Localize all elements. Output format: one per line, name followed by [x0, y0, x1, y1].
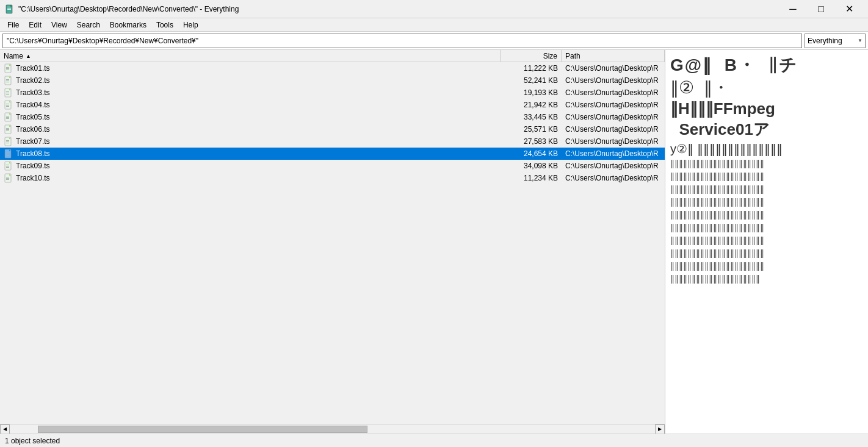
scroll-left-button[interactable]: ◀	[0, 424, 10, 434]
file-path-cell: C:\Users\Onurtag\Desktop\R	[562, 87, 665, 98]
horizontal-scrollbar[interactable]: ◀ ▶	[0, 424, 665, 434]
file-size-cell: 33,445 KB	[501, 111, 562, 123]
svg-rect-53	[6, 178, 9, 179]
menu-search[interactable]: Search	[72, 20, 105, 30]
col-header-path[interactable]: Path	[562, 50, 665, 62]
close-button[interactable]: ✕	[835, 0, 863, 18]
file-icon	[4, 149, 13, 159]
file-path-cell: C:\Users\Onurtag\Desktop\R	[562, 74, 665, 86]
file-icon	[4, 100, 13, 110]
file-name-cell: Track07.ts	[0, 135, 501, 147]
svg-rect-39	[6, 143, 9, 143]
svg-rect-49	[6, 167, 9, 168]
menu-bookmarks[interactable]: Bookmarks	[105, 20, 151, 30]
file-name-text: Track03.ts	[16, 88, 50, 97]
file-name-cell: Track05.ts	[0, 111, 501, 123]
svg-rect-7	[6, 67, 9, 68]
file-name-text: Track10.ts	[16, 174, 50, 182]
file-path-cell: C:\Users\Onurtag\Desktop\R	[562, 111, 665, 123]
file-name-text: Track02.ts	[16, 76, 50, 85]
svg-rect-12	[6, 79, 9, 80]
menu-view[interactable]: View	[46, 20, 72, 30]
file-name-cell: Track08.ts	[0, 148, 501, 159]
table-row[interactable]: Track02.ts52,241 KBC:\Users\Onurtag\Desk…	[0, 74, 665, 87]
file-icon	[4, 124, 13, 134]
svg-rect-2	[7, 8, 11, 9]
file-name-cell: Track02.ts	[0, 74, 501, 86]
svg-rect-22	[6, 104, 9, 104]
hscroll-track[interactable]	[20, 426, 645, 433]
table-row[interactable]: Track07.ts27,583 KBC:\Users\Onurtag\Desk…	[0, 135, 665, 148]
svg-rect-37	[6, 140, 9, 141]
file-size-cell: 34,098 KB	[501, 160, 562, 171]
table-row[interactable]: Track08.ts24,654 KBC:\Users\Onurtag\Desk…	[0, 148, 665, 160]
file-path-cell: C:\Users\Onurtag\Desktop\R	[562, 148, 665, 159]
svg-rect-18	[6, 93, 9, 93]
chevron-down-icon: ▼	[858, 38, 863, 43]
svg-rect-14	[6, 82, 9, 82]
svg-rect-23	[6, 105, 9, 105]
file-name-text: Track07.ts	[16, 137, 50, 146]
table-row[interactable]: Track01.ts11,222 KBC:\Users\Onurtag\Desk…	[0, 62, 665, 74]
table-row[interactable]: Track09.ts34,098 KBC:\Users\Onurtag\Desk…	[0, 160, 665, 172]
menu-edit[interactable]: Edit	[24, 20, 46, 30]
file-list-panel: Name ▲ Size Path Track01.ts11,222 KBC:\U…	[0, 50, 665, 434]
svg-rect-32	[6, 128, 9, 129]
hscroll-thumb[interactable]	[38, 426, 367, 433]
menu-help[interactable]: Help	[178, 20, 203, 30]
file-size-cell: 19,193 KB	[501, 87, 562, 98]
file-size-cell: 11,222 KB	[501, 62, 562, 74]
table-row[interactable]: Track03.ts19,193 KBC:\Users\Onurtag\Desk…	[0, 87, 665, 99]
file-icon	[4, 88, 13, 98]
scroll-right-button[interactable]: ▶	[655, 424, 665, 434]
svg-rect-17	[6, 91, 9, 92]
file-path-cell: C:\Users\Onurtag\Desktop\R	[562, 135, 665, 147]
file-name-text: Track08.ts	[16, 149, 50, 158]
file-name-cell: Track04.ts	[0, 99, 501, 110]
svg-rect-27	[6, 116, 9, 116]
svg-rect-24	[6, 106, 9, 107]
minimize-button[interactable]: ─	[779, 0, 807, 18]
preview-panel: G@‖ B・ ‖チ ‖② ‖・ ‖H‖‖‖FFmpeg Service01ア y…	[665, 50, 868, 434]
svg-rect-47	[6, 165, 9, 165]
file-rows[interactable]: Track01.ts11,222 KBC:\Users\Onurtag\Desk…	[0, 62, 665, 424]
svg-rect-33	[6, 129, 9, 130]
file-name-cell: Track06.ts	[0, 123, 501, 135]
svg-rect-3	[7, 9, 11, 10]
file-name-cell: Track09.ts	[0, 160, 501, 171]
file-path-cell: C:\Users\Onurtag\Desktop\R	[562, 62, 665, 74]
file-icon	[4, 76, 13, 85]
file-icon	[4, 112, 13, 122]
file-name-text: Track05.ts	[16, 113, 50, 121]
menu-file[interactable]: File	[2, 20, 24, 30]
app-icon	[5, 4, 15, 14]
status-text: 1 object selected	[5, 437, 60, 445]
file-path-cell: C:\Users\Onurtag\Desktop\R	[562, 160, 665, 171]
table-row[interactable]: Track06.ts25,571 KBC:\Users\Onurtag\Desk…	[0, 123, 665, 135]
col-header-size[interactable]: Size	[501, 50, 562, 62]
title-bar-text: "C:\Users\Onurtag\Desktop\Recorded\New\C…	[18, 5, 779, 13]
table-row[interactable]: Track05.ts33,445 KBC:\Users\Onurtag\Desk…	[0, 111, 665, 123]
svg-rect-42	[6, 152, 9, 153]
table-row[interactable]: Track04.ts21,942 KBC:\Users\Onurtag\Desk…	[0, 99, 665, 111]
search-bar: Everything ▼	[0, 32, 868, 50]
file-size-cell: 24,654 KB	[501, 148, 562, 159]
search-dropdown-text: Everything	[808, 37, 842, 45]
file-size-cell: 52,241 KB	[501, 74, 562, 86]
file-size-cell: 11,234 KB	[501, 172, 562, 184]
file-name-cell: Track01.ts	[0, 62, 501, 74]
title-bar-buttons: ─ □ ✕	[779, 0, 863, 18]
search-input[interactable]	[2, 34, 802, 48]
col-header-name[interactable]: Name ▲	[0, 50, 501, 62]
file-icon	[4, 63, 13, 73]
menu-tools[interactable]: Tools	[151, 20, 178, 30]
table-row[interactable]: Track10.ts11,234 KBC:\Users\Onurtag\Desk…	[0, 172, 665, 184]
file-name-cell: Track03.ts	[0, 87, 501, 98]
status-bar: 1 object selected	[0, 434, 868, 447]
svg-rect-54	[6, 179, 9, 180]
svg-rect-44	[6, 155, 9, 156]
file-icon	[4, 173, 13, 183]
maximize-button[interactable]: □	[807, 0, 835, 18]
search-dropdown[interactable]: Everything ▼	[805, 34, 866, 48]
svg-rect-43	[6, 154, 9, 154]
